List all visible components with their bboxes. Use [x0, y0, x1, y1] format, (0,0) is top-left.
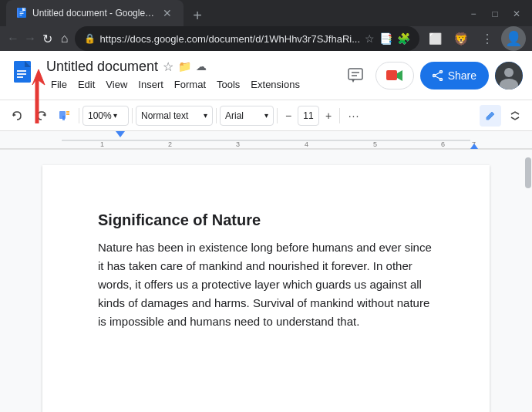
edit-mode-controls	[480, 105, 526, 127]
new-tab-button[interactable]: +	[187, 5, 208, 26]
decrease-font-button[interactable]: −	[281, 108, 296, 123]
svg-rect-12	[17, 76, 23, 78]
menu-format[interactable]: Format	[170, 76, 210, 93]
svg-point-21	[439, 78, 442, 80]
home-button[interactable]: ⌂	[57, 26, 71, 51]
menu-view[interactable]: View	[101, 76, 132, 93]
tab-title: Untitled document - Google Doc...	[32, 8, 156, 19]
zoom-value: 100%	[88, 110, 112, 121]
side-scroll[interactable]	[521, 150, 532, 412]
comment-button[interactable]	[342, 62, 369, 89]
bookmark-icon[interactable]: 📑	[379, 32, 392, 45]
font-size-controls: − 11 +	[281, 106, 336, 126]
move-icon[interactable]: 📁	[178, 60, 191, 73]
share-label: Share	[448, 69, 476, 82]
svg-rect-5	[20, 13, 24, 14]
docs-header: Untitled document ☆ 📁 ☁ File Edit View I…	[0, 51, 532, 100]
docs-toolbar: 100% ▾ Normal text ▾ Arial ▾ − 11 +	[0, 100, 532, 131]
minimize-button[interactable]: −	[464, 6, 483, 22]
svg-line-23	[435, 76, 439, 78]
user-avatar[interactable]	[495, 62, 523, 89]
font-size-value[interactable]: 11	[298, 106, 319, 126]
svg-rect-17	[386, 70, 397, 80]
close-button[interactable]: ✕	[507, 6, 526, 22]
expand-button[interactable]	[504, 105, 526, 127]
svg-marker-18	[397, 70, 402, 81]
document-paragraph: Nature has been in existence long before…	[98, 238, 434, 331]
svg-rect-6	[20, 15, 22, 15]
cast-icon[interactable]: ⬜	[423, 26, 447, 51]
style-value: Normal text	[141, 110, 188, 121]
url-text: https://docs.google.com/document/d/1WhHh…	[100, 33, 360, 45]
toolbar-divider-1	[79, 108, 79, 123]
tab-bar: Untitled document - Google Doc... ✕ + − …	[0, 0, 532, 26]
share-button[interactable]: Share	[420, 62, 489, 89]
document-page[interactable]: Significance of Nature Nature has been i…	[42, 165, 490, 412]
font-chevron-icon: ▾	[264, 111, 268, 120]
ruler-body	[62, 140, 470, 140]
docs-app: Untitled document ☆ 📁 ☁ File Edit View I…	[0, 51, 532, 412]
forward-button[interactable]: →	[23, 26, 37, 51]
ruler: 1 2 3 4 5 6 7	[0, 131, 532, 150]
toolbar-divider-5	[339, 108, 340, 123]
brave-icon[interactable]: 🦁	[449, 26, 473, 51]
docs-title-section: Untitled document ☆ 📁 ☁ File Edit View I…	[46, 59, 335, 93]
docs-menu: File Edit View Insert Format Tools Exten…	[46, 76, 335, 93]
zoom-chevron-icon: ▾	[113, 111, 117, 120]
scroll-thumb[interactable]	[525, 157, 531, 188]
docs-body: Significance of Nature Nature has been i…	[0, 150, 532, 412]
menu-button[interactable]: ⋮	[475, 26, 500, 51]
menu-edit[interactable]: Edit	[73, 76, 99, 93]
url-bar[interactable]: 🔒 https://docs.google.com/document/d/1Wh…	[75, 26, 419, 51]
lock-icon: 🔒	[84, 33, 96, 44]
header-actions: Share	[342, 62, 523, 89]
tab-favicon	[15, 7, 28, 19]
menu-tools[interactable]: Tools	[212, 76, 244, 93]
svg-marker-14	[352, 79, 355, 83]
svg-line-22	[435, 73, 439, 75]
increase-font-button[interactable]: +	[321, 108, 336, 123]
address-bar: ← → ↻ ⌂ 🔒 https://docs.google.com/docume…	[0, 26, 532, 51]
svg-point-20	[433, 74, 435, 76]
svg-marker-27	[13, 113, 16, 117]
svg-rect-13	[348, 69, 362, 79]
meet-button[interactable]	[375, 62, 414, 89]
style-chevron-icon: ▾	[204, 111, 207, 120]
ruler-left-indent[interactable]	[116, 131, 125, 137]
svg-rect-4	[20, 12, 24, 12]
docs-title-row: Untitled document ☆ 📁 ☁	[46, 59, 335, 75]
window-controls: − □ ✕	[464, 6, 526, 26]
maximize-button[interactable]: □	[486, 6, 504, 22]
ruler-baseline	[0, 148, 532, 149]
tab-close-button[interactable]: ✕	[160, 6, 174, 20]
svg-marker-28	[32, 69, 45, 123]
edit-pencil-button[interactable]	[480, 105, 501, 127]
more-options-button[interactable]: ···	[343, 105, 365, 127]
zoom-selector[interactable]: 100% ▾	[82, 106, 129, 126]
toolbar-divider-4	[277, 108, 278, 123]
svg-rect-31	[62, 116, 65, 120]
back-button[interactable]: ←	[6, 26, 20, 51]
extension-icon[interactable]: 🧩	[397, 32, 410, 45]
style-selector[interactable]: Normal text ▾	[136, 106, 213, 126]
menu-insert[interactable]: Insert	[133, 76, 168, 93]
active-tab[interactable]: Untitled document - Google Doc... ✕	[6, 0, 184, 26]
font-selector[interactable]: Arial ▾	[220, 106, 274, 126]
document-heading: Significance of Nature	[98, 211, 434, 229]
toolbar-divider-3	[216, 108, 217, 123]
browser-frame: Untitled document - Google Doc... ✕ + − …	[0, 0, 532, 412]
profile-avatar[interactable]: 👤	[501, 26, 526, 51]
star-doc-icon[interactable]: ☆	[163, 59, 173, 74]
svg-point-19	[439, 70, 442, 73]
refresh-button[interactable]: ↻	[40, 26, 54, 51]
toolbar-divider-2	[132, 108, 133, 123]
browser-actions: ⬜ 🦁 ⋮ 👤	[423, 26, 526, 51]
font-value: Arial	[225, 110, 244, 121]
paint-format-button[interactable]	[54, 105, 76, 127]
star-icon[interactable]: ☆	[365, 32, 375, 45]
menu-extensions[interactable]: Extensions	[246, 76, 305, 93]
ruler-right-indent[interactable]	[470, 144, 478, 149]
document-title[interactable]: Untitled document	[46, 59, 158, 75]
cloud-icon: ☁	[196, 60, 207, 73]
svg-point-25	[504, 68, 513, 77]
